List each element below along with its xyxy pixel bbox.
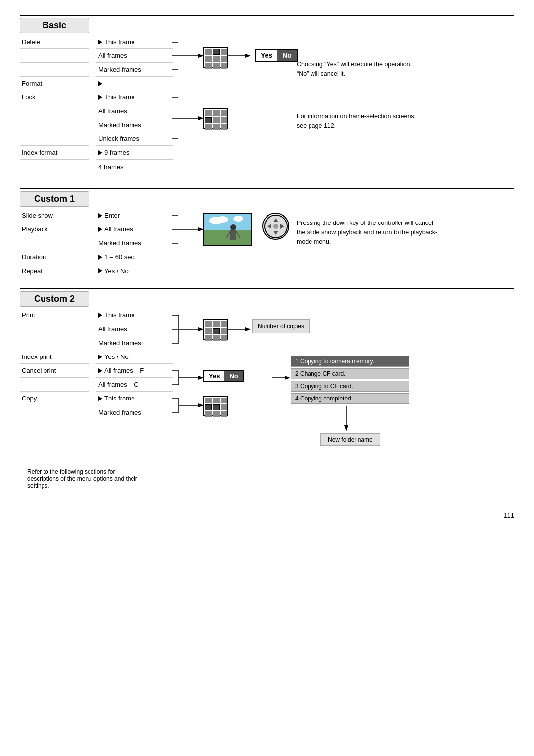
lock-label-2 (20, 104, 89, 118)
delete-label-3 (20, 63, 89, 77)
svg-marker-49 (285, 376, 290, 380)
print-opt2: All frames (96, 322, 173, 336)
cancelprint-label2 (20, 378, 89, 392)
lock-label-3 (20, 118, 89, 132)
yes-button[interactable]: Yes (256, 50, 277, 61)
slideshow-label: Slide show (20, 209, 89, 222)
copy-opt1: This frame (96, 392, 173, 405)
playback-label: Playback (20, 222, 89, 236)
lock-label-4 (20, 132, 89, 146)
copy-option-3: 3 Copying to CF card. (291, 381, 409, 392)
custom1-section: Custom 1 Slide show Playback Duration Re… (20, 188, 514, 280)
svg-point-23 (217, 216, 228, 223)
indexprint-opt: Yes / No (96, 350, 173, 364)
delete-opt2: All frames (96, 49, 173, 63)
print-label: Print (20, 309, 89, 322)
delete-grid-icon (203, 47, 228, 68)
svg-point-24 (233, 216, 243, 222)
page: Basic Delete Format Lock Index format Th… (0, 0, 534, 529)
playback-opt1: All frames (96, 222, 173, 236)
copy-options-list: 1 Copying to camera memory. 2 Change CF … (291, 356, 409, 405)
index-label: Index format (20, 146, 89, 160)
copy-option-1: 1 Copying to camera memory. (291, 356, 409, 367)
delete-opt1: This frame (96, 35, 173, 49)
custom2-note-text: Refer to the following sections for desc… (27, 468, 137, 489)
copy-label: Copy (20, 392, 89, 405)
svg-marker-56 (344, 425, 348, 431)
new-folder-box: New folder name (320, 433, 380, 446)
camera-image (203, 213, 252, 248)
lock-opt4: Unlock frames (96, 132, 173, 146)
copy-option-2: 2 Change CF card. (291, 368, 409, 379)
copy-label2 (20, 405, 89, 419)
repeat-opt: Yes / No (96, 264, 173, 278)
playback-opt2: Marked frames (96, 236, 173, 250)
indexprint-label: Index print (20, 350, 89, 364)
svg-rect-26 (230, 230, 236, 240)
format-opt (96, 77, 173, 90)
index-opt1: 9 frames (96, 146, 173, 160)
no-button[interactable]: No (277, 50, 297, 61)
lock-grid-icon (203, 108, 228, 129)
slideshow-opt1: Enter (96, 209, 173, 222)
cancel-print-yes-no: Yes No (203, 370, 244, 382)
svg-point-25 (230, 224, 236, 230)
svg-rect-21 (204, 230, 252, 246)
delete-label: Delete (20, 35, 89, 49)
lock-opt2: All frames (96, 104, 173, 118)
basic-header: Basic (20, 18, 89, 33)
lock-note: For information on frame-selection scree… (297, 112, 425, 131)
basic-section: Basic Delete Format Lock Index format Th… (20, 15, 514, 183)
controller-icon (262, 213, 289, 240)
delete-note: Choosing “Yes” will execute the operatio… (297, 60, 425, 79)
delete-opt3: Marked frames (96, 63, 173, 77)
delete-yes-no: Yes No (255, 49, 298, 62)
copy-grid-icon (203, 396, 228, 416)
custom2-section: Custom 2 Print Index print Cancel print … (20, 288, 514, 494)
repeat-label: Repeat (20, 264, 89, 278)
cancelprint-opt2: All frames – C (96, 378, 173, 392)
cancelprint-label: Cancel print (20, 364, 89, 378)
print-opt1: This frame (96, 309, 173, 322)
custom2-header: Custom 2 (20, 291, 89, 307)
print-grid-icon (203, 319, 228, 340)
lock-opt1: This frame (96, 90, 173, 104)
playback-label2 (20, 236, 89, 250)
duration-opt: 1 – 60 sec. (96, 250, 173, 264)
print-opt3: Marked frames (96, 336, 173, 350)
format-label: Format (20, 77, 89, 90)
print-label2 (20, 322, 89, 336)
cancel-no-button[interactable]: No (224, 371, 243, 381)
cancelprint-opt1: All frames – F (96, 364, 173, 378)
svg-marker-7 (245, 54, 251, 58)
duration-label: Duration (20, 250, 89, 264)
page-number: 111 (503, 512, 514, 519)
lock-label: Lock (20, 90, 89, 104)
index-label-2 (20, 160, 89, 174)
custom2-note-box: Refer to the following sections for desc… (20, 463, 514, 494)
custom1-header: Custom 1 (20, 191, 89, 207)
delete-label-2 (20, 49, 89, 63)
lock-opt3: Marked frames (96, 118, 173, 132)
number-of-copies-box: Number of copies (252, 319, 310, 333)
index-opt2: 4 frames (96, 160, 173, 174)
print-label3 (20, 336, 89, 350)
svg-marker-42 (245, 327, 251, 331)
copy-opt2: Marked frames (96, 405, 173, 419)
svg-point-34 (273, 224, 278, 229)
cancel-yes-button[interactable]: Yes (204, 371, 224, 381)
copy-option-4: 4 Copying completed. (291, 393, 409, 404)
custom1-note: Pressing the down key of the controller … (297, 219, 440, 246)
